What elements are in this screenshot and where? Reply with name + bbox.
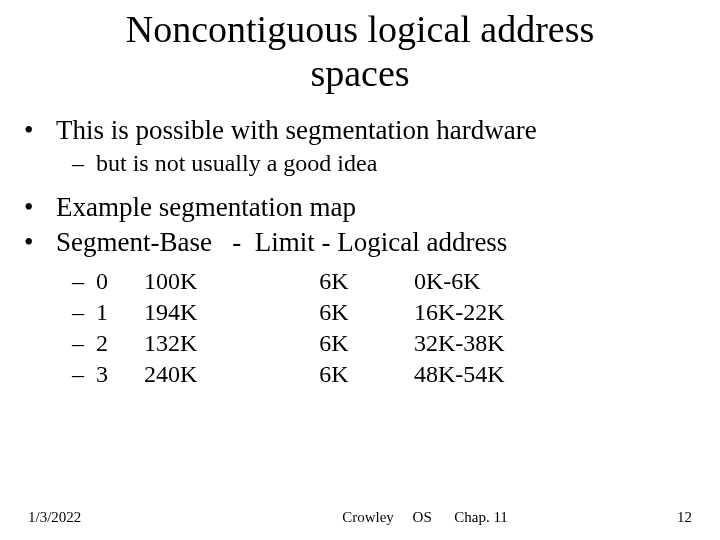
cell-logical: 0K-6K (384, 266, 574, 297)
dash-icon: – (72, 359, 96, 390)
title-line-1: Noncontiguous logical address (126, 8, 595, 50)
table-row: – 3 240K 6K 48K-54K (24, 359, 696, 390)
title-line-2: spaces (310, 52, 409, 94)
bullet-2-text: Example segmentation map (56, 190, 356, 225)
cell-logical: 32K-38K (384, 328, 574, 359)
cell-limit: 6K (284, 297, 384, 328)
footer-center: Crowley OS Chap. 11 (218, 509, 632, 526)
bullet-dot-icon: • (24, 190, 56, 225)
table-row: – 0 100K 6K 0K-6K (24, 266, 696, 297)
cell-segment: 2 (96, 328, 144, 359)
bullet-3: • Segment-Base - Limit - Logical address (24, 225, 696, 260)
dash-icon: – (72, 266, 96, 297)
slide: Noncontiguous logical address spaces • T… (0, 0, 720, 540)
bullet-1: • This is possible with segmentation har… (24, 113, 696, 148)
cell-limit: 6K (284, 328, 384, 359)
bullet-dot-icon: • (24, 113, 56, 148)
bullet-3-text: Segment-Base - Limit - Logical address (56, 225, 507, 260)
slide-footer: 1/3/2022 Crowley OS Chap. 11 12 (0, 509, 720, 526)
cell-limit: 6K (284, 266, 384, 297)
slide-title: Noncontiguous logical address spaces (0, 0, 720, 95)
bullet-dot-icon: • (24, 225, 56, 260)
footer-page: 12 (632, 509, 692, 526)
slide-body: • This is possible with segmentation har… (0, 95, 720, 390)
spacer (24, 180, 696, 190)
cell-base: 132K (144, 328, 284, 359)
bullet-1-sub: – but is not usually a good idea (24, 148, 696, 179)
cell-logical: 48K-54K (384, 359, 574, 390)
table-row: – 1 194K 6K 16K-22K (24, 297, 696, 328)
bullet-2: • Example segmentation map (24, 190, 696, 225)
cell-base: 194K (144, 297, 284, 328)
bullet-1-text: This is possible with segmentation hardw… (56, 113, 537, 148)
bullet-1-sub-text: but is not usually a good idea (96, 148, 377, 179)
dash-icon: – (72, 297, 96, 328)
cell-limit: 6K (284, 359, 384, 390)
dash-icon: – (72, 328, 96, 359)
dash-icon: – (72, 148, 96, 179)
cell-base: 100K (144, 266, 284, 297)
cell-base: 240K (144, 359, 284, 390)
cell-segment: 1 (96, 297, 144, 328)
table-row: – 2 132K 6K 32K-38K (24, 328, 696, 359)
footer-date: 1/3/2022 (28, 509, 218, 526)
cell-segment: 0 (96, 266, 144, 297)
cell-logical: 16K-22K (384, 297, 574, 328)
cell-segment: 3 (96, 359, 144, 390)
